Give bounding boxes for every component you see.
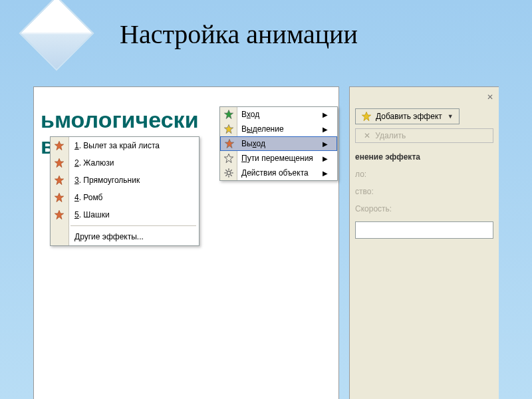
svg-marker-0 <box>362 112 370 120</box>
submenu-item-label: 1. Вылет за край листа <box>74 141 160 150</box>
svg-line-12 <box>225 175 227 176</box>
exit-star-icon <box>54 209 65 220</box>
menu-item-label: Действия объекта <box>241 168 309 178</box>
submenu-item-label: 5. Шашки <box>74 210 110 219</box>
submenu-arrow-icon: ▶ <box>323 140 328 148</box>
svg-marker-15 <box>55 158 63 167</box>
submenu-item-label: 4. Ромб <box>74 193 103 202</box>
submenu-item[interactable]: 5. Шашки <box>51 206 199 223</box>
star-icon <box>223 108 235 120</box>
menu-item-выход[interactable]: Выход▶ <box>220 136 337 151</box>
svg-marker-14 <box>55 141 63 150</box>
slide-text-line: ьмологически <box>41 107 199 133</box>
svg-marker-16 <box>55 176 63 184</box>
effect-star-icon <box>361 111 372 122</box>
menu-item-пути-перемещения[interactable]: Пути перемещения▶ <box>220 151 337 166</box>
submenu-arrow-icon: ▶ <box>323 170 328 177</box>
submenu-more-effects[interactable]: Другие эффекты... <box>51 228 199 245</box>
exit-star-icon <box>54 158 65 168</box>
page-title: Настройка анимации <box>120 19 358 50</box>
dropdown-arrow-icon: ▼ <box>448 113 454 120</box>
submenu-item-label: Другие эффекты... <box>74 232 144 241</box>
submenu-item-label: 3. Прямоугольник <box>74 176 140 185</box>
menu-item-label: Пути перемещения <box>241 154 313 163</box>
add-effect-label: Добавить эффект <box>376 112 442 121</box>
change-effect-section: енение эффекта <box>355 152 493 162</box>
menu-item-label: Выход <box>241 139 265 148</box>
animation-task-pane: ✕ Добавить эффект ▼ ✕ Удалить енение эфф… <box>349 86 499 399</box>
svg-point-5 <box>227 171 230 174</box>
field-speed: Скорость: <box>355 204 493 213</box>
submenu-arrow-icon: ▶ <box>323 155 328 162</box>
submenu-item[interactable]: 3. Прямоугольник <box>51 172 199 189</box>
menu-item-действия-объекта[interactable]: Действия объекта▶ <box>220 166 337 180</box>
field-start: ло: <box>355 170 493 179</box>
svg-line-13 <box>231 170 232 171</box>
bullet-diamond <box>19 0 94 71</box>
svg-line-11 <box>231 175 232 176</box>
menu-separator <box>70 225 196 226</box>
tool-chevron-icon: ✕ <box>364 131 370 140</box>
submenu-item[interactable]: 4. Ромб <box>51 189 199 206</box>
close-icon[interactable]: ✕ <box>487 92 493 102</box>
svg-marker-17 <box>55 193 63 201</box>
svg-marker-1 <box>224 110 233 118</box>
submenu-arrow-icon: ▶ <box>323 111 328 118</box>
star-icon <box>223 138 235 150</box>
submenu-item[interactable]: 1. Вылет за край листа <box>51 137 199 154</box>
menu-item-вход[interactable]: Вход▶ <box>220 107 337 122</box>
screenshot-area: ьмологически ваний ✕ Добавить эффект ▼ ✕… <box>33 86 499 399</box>
add-effect-button[interactable]: Добавить эффект ▼ <box>355 108 460 124</box>
submenu-item-label: 2. Жалюзи <box>74 158 114 168</box>
submenu-arrow-icon: ▶ <box>323 126 328 133</box>
menu-item-label: Выделение <box>241 124 284 134</box>
speed-dropdown[interactable] <box>355 221 493 239</box>
svg-marker-2 <box>224 124 233 133</box>
field-property: ство: <box>355 187 493 196</box>
star-icon <box>223 123 235 135</box>
star-icon <box>223 152 235 164</box>
svg-marker-3 <box>225 139 233 148</box>
exit-star-icon <box>54 140 65 151</box>
menu-item-выделение[interactable]: Выделение▶ <box>220 122 337 136</box>
remove-label: Удалить <box>375 131 406 140</box>
menu-item-label: Вход <box>241 110 259 119</box>
svg-marker-4 <box>224 154 233 162</box>
submenu-item[interactable]: 2. Жалюзи <box>51 154 199 172</box>
effect-category-menu: Вход▶Выделение▶Выход▶Пути перемещения▶Де… <box>219 106 338 181</box>
svg-marker-18 <box>55 210 63 219</box>
remove-button[interactable]: ✕ Удалить <box>355 128 493 143</box>
svg-line-10 <box>225 170 227 171</box>
star-icon <box>223 167 235 179</box>
exit-star-icon <box>54 175 65 186</box>
pane-header: ✕ <box>355 91 493 103</box>
exit-star-icon <box>54 192 65 203</box>
effect-submenu: 1. Вылет за край листа2. Жалюзи3. Прямоу… <box>50 136 200 246</box>
